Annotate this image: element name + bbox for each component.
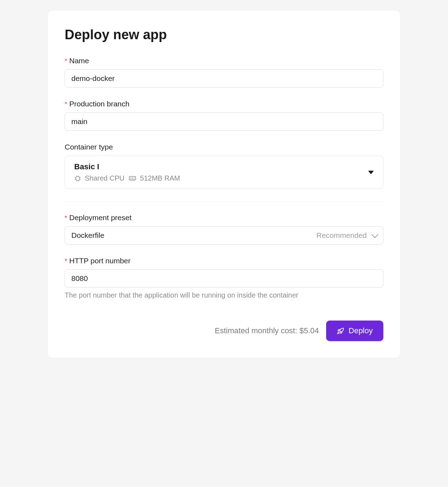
required-asterisk: * xyxy=(65,215,67,222)
branch-label: * Production branch xyxy=(65,100,383,108)
section-divider xyxy=(65,201,383,201)
container-type-label-text: Container type xyxy=(65,143,113,151)
ram-spec: 512MB RAM xyxy=(129,174,180,182)
chevron-down-icon xyxy=(371,231,378,238)
deploy-button[interactable]: Deploy xyxy=(326,321,383,341)
rocket-icon xyxy=(337,327,344,335)
preset-label: * Deployment preset xyxy=(65,213,383,222)
port-field-group: * HTTP port number The port number that … xyxy=(65,257,383,299)
container-type-group: Container type Basic I Shared CPU xyxy=(65,143,383,189)
preset-badge: Recommended xyxy=(317,231,367,240)
name-label: * Name xyxy=(65,57,383,65)
required-asterisk: * xyxy=(65,58,67,65)
port-label-text: HTTP port number xyxy=(69,257,131,265)
svg-rect-0 xyxy=(76,177,79,180)
container-type-label: Container type xyxy=(65,143,383,151)
preset-value: Dockerfile xyxy=(71,231,104,240)
branch-field-group: * Production branch xyxy=(65,100,383,131)
port-helper-text: The port number that the application wil… xyxy=(65,291,383,299)
deploy-button-label: Deploy xyxy=(349,326,373,335)
estimated-cost: Estimated monthly cost: $5.04 xyxy=(215,326,319,335)
ram-text: 512MB RAM xyxy=(140,174,180,182)
container-type-info: Basic I Shared CPU xyxy=(74,162,180,182)
name-input[interactable] xyxy=(65,69,383,88)
container-type-specs: Shared CPU 512MB RAM xyxy=(74,174,180,182)
cpu-icon xyxy=(74,175,81,182)
container-type-select[interactable]: Basic I Shared CPU xyxy=(65,156,383,189)
cpu-text: Shared CPU xyxy=(85,174,124,182)
memory-icon xyxy=(129,176,136,181)
name-label-text: Name xyxy=(69,57,89,65)
preset-right: Recommended xyxy=(317,231,377,240)
preset-label-text: Deployment preset xyxy=(69,213,131,222)
branch-label-text: Production branch xyxy=(69,100,129,108)
form-footer: Estimated monthly cost: $5.04 Deploy xyxy=(65,321,383,341)
cpu-spec: Shared CPU xyxy=(74,174,124,182)
required-asterisk: * xyxy=(65,258,67,265)
preset-field-group: * Deployment preset Dockerfile Recommend… xyxy=(65,213,383,245)
preset-select[interactable]: Dockerfile Recommended xyxy=(65,226,383,245)
container-type-name: Basic I xyxy=(74,162,180,171)
page-title: Deploy new app xyxy=(65,27,383,42)
name-field-group: * Name xyxy=(65,57,383,88)
deploy-form-card: Deploy new app * Name * Production branc… xyxy=(47,10,401,358)
port-label: * HTTP port number xyxy=(65,257,383,265)
caret-down-icon xyxy=(368,171,374,174)
required-asterisk: * xyxy=(65,101,67,108)
port-input[interactable] xyxy=(65,269,383,288)
branch-input[interactable] xyxy=(65,112,383,131)
